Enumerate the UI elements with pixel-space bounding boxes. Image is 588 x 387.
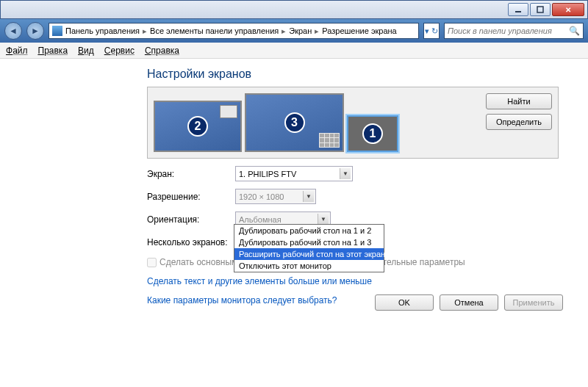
forward-button[interactable]: ► xyxy=(26,22,44,40)
detect-button[interactable]: Определить xyxy=(486,114,552,130)
orientation-label: Ориентация: xyxy=(147,214,235,225)
monitor-number: 1 xyxy=(362,123,383,144)
text-size-link[interactable]: Сделать текст и другие элементы больше и… xyxy=(147,276,581,286)
multiple-screens-dropdown[interactable]: Дублировать рабочий стол на 1 и 2 Дублир… xyxy=(234,224,384,272)
monitor-1[interactable]: 1 xyxy=(347,115,398,152)
screen-label: Экран: xyxy=(147,169,235,179)
breadcrumb-item[interactable]: Экран xyxy=(289,26,312,35)
window-icon xyxy=(220,105,237,118)
screen-select[interactable]: 1. PHILIPS FTV▼ xyxy=(235,166,353,181)
content-area: Настройки экранов 2 3 1 Найти Определить… xyxy=(0,59,588,313)
apply-button: Применить xyxy=(504,294,563,311)
menu-view[interactable]: Вид xyxy=(78,46,94,56)
menu-service[interactable]: Сервис xyxy=(104,46,135,56)
monitor-2[interactable]: 2 xyxy=(154,101,242,152)
menu-bar: Файл Правка Вид Сервис Справка xyxy=(0,43,588,59)
svg-rect-0 xyxy=(515,11,521,12)
monitor-number: 2 xyxy=(187,116,208,137)
menu-help[interactable]: Справка xyxy=(145,46,179,56)
search-box[interactable]: 🔍 xyxy=(444,23,584,39)
dropdown-option-extend[interactable]: Расширить рабочий стол на этот экран xyxy=(234,248,384,260)
breadcrumb-item[interactable]: Разрешение экрана xyxy=(322,26,396,35)
close-button[interactable]: ✕ xyxy=(552,3,584,16)
dropdown-option-disable[interactable]: Отключить этот монитор xyxy=(234,260,384,272)
chevron-down-icon: ▼ xyxy=(303,191,314,202)
resolution-label: Разрешение: xyxy=(147,192,235,202)
dropdown-option-dup12[interactable]: Дублировать рабочий стол на 1 и 2 xyxy=(234,225,384,236)
address-bar: ◄ ► Панель управления▸ Все элементы пане… xyxy=(0,19,588,43)
grid-icon xyxy=(319,133,340,148)
make-primary-checkbox xyxy=(147,258,157,267)
search-icon: 🔍 xyxy=(569,26,580,36)
minimize-button[interactable] xyxy=(508,3,528,16)
chevron-down-icon: ▼ xyxy=(318,214,329,225)
dropdown-option-dup13[interactable]: Дублировать рабочий стол на 1 и 3 xyxy=(234,236,384,248)
ok-button[interactable]: OK xyxy=(375,294,434,311)
menu-edit[interactable]: Правка xyxy=(38,46,68,56)
monitor-3[interactable]: 3 xyxy=(245,93,344,152)
menu-file[interactable]: Файл xyxy=(6,46,28,56)
maximize-button[interactable] xyxy=(530,3,551,16)
control-panel-icon xyxy=(52,26,62,36)
breadcrumb-item[interactable]: Панель управления xyxy=(65,26,140,35)
monitor-number: 3 xyxy=(284,112,305,133)
cancel-button[interactable]: Отмена xyxy=(440,294,498,311)
dialog-buttons: OK Отмена Применить xyxy=(375,294,563,311)
window-titlebar: ✕ xyxy=(0,0,588,19)
breadcrumb-item[interactable]: Все элементы панели управления xyxy=(150,26,279,35)
back-button[interactable]: ◄ xyxy=(4,22,22,40)
find-button[interactable]: Найти xyxy=(486,93,552,109)
breadcrumb[interactable]: Панель управления▸ Все элементы панели у… xyxy=(49,23,419,39)
page-title: Настройки экранов xyxy=(147,68,581,81)
svg-rect-1 xyxy=(537,7,543,12)
refresh-button[interactable]: ▾ ↻ xyxy=(423,23,440,39)
monitor-preview: 2 3 1 Найти Определить xyxy=(147,87,559,159)
multiple-label: Несколько экранов: xyxy=(147,237,235,247)
resolution-select: 1920 × 1080▼ xyxy=(235,189,316,204)
search-input[interactable] xyxy=(448,26,569,35)
chevron-down-icon: ▼ xyxy=(340,168,351,179)
